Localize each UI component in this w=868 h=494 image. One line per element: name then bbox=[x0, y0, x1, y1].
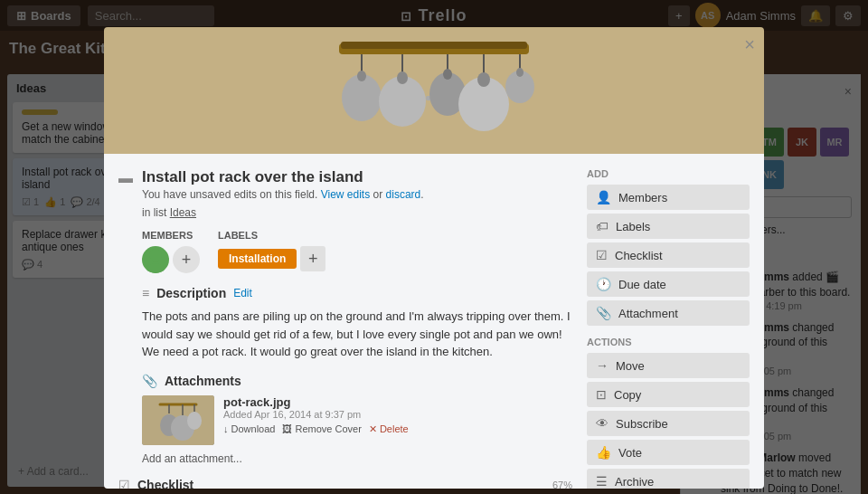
archive-button[interactable]: ☰ Archive bbox=[587, 469, 750, 489]
description-icon: ≡ bbox=[142, 286, 149, 300]
delete-link[interactable]: ✕ Delete bbox=[369, 423, 409, 435]
in-list-link[interactable]: Ideas bbox=[170, 206, 196, 219]
modal-in-list: in list Ideas bbox=[142, 206, 572, 219]
attachment-date: Added Apr 16, 2014 at 9:37 pm bbox=[223, 409, 572, 420]
modal-members-labels: Members + Labels Installation + bbox=[142, 230, 572, 273]
svg-point-19 bbox=[516, 68, 524, 77]
checklist-icon: ☑ bbox=[118, 478, 130, 489]
attachments-title: Attachments bbox=[165, 374, 241, 388]
members-section-label: Members bbox=[142, 230, 200, 241]
label-icon: 🏷 bbox=[596, 219, 609, 233]
checklist-percent: 67% bbox=[552, 480, 572, 489]
person-icon: 👤 bbox=[596, 190, 611, 204]
move-icon: → bbox=[596, 358, 609, 373]
download-link[interactable]: ↓ Download bbox=[223, 423, 275, 435]
attachment-info: pot-rack.jpg Added Apr 16, 2014 at 9:37 … bbox=[223, 395, 572, 435]
copy-icon: ⊡ bbox=[596, 387, 607, 402]
checklist-icon: ☑ bbox=[596, 248, 608, 262]
checklist-title: Checklist bbox=[137, 478, 193, 489]
attachment-image bbox=[142, 395, 214, 445]
attachment-item: pot-rack.jpg Added Apr 16, 2014 at 9:37 … bbox=[142, 395, 572, 445]
thumbsup-icon: 👍 bbox=[596, 445, 611, 460]
description-section: ≡ Description Edit The pots and pans are… bbox=[142, 286, 572, 361]
add-label-button[interactable]: + bbox=[300, 246, 326, 271]
card-modal: × ▬ Install pot rack over the island You… bbox=[104, 27, 764, 489]
section-header-attach: 📎 Attachments bbox=[142, 374, 572, 388]
modal-unsaved-notice: You have unsaved edits on this field. Vi… bbox=[142, 188, 424, 201]
sidebar-actions-title: Actions bbox=[587, 337, 750, 347]
add-member-button[interactable]: + bbox=[173, 246, 200, 273]
clock-icon: 🕐 bbox=[596, 277, 611, 291]
svg-point-30 bbox=[187, 412, 202, 430]
modal-body: ▬ Install pot rack over the island You h… bbox=[104, 154, 764, 489]
card-icon: ▬ bbox=[118, 170, 133, 186]
discard-link[interactable]: discard bbox=[386, 188, 421, 201]
image-icon: 🖼 bbox=[282, 423, 292, 434]
description-title: Description bbox=[156, 286, 226, 300]
add-checklist-sidebar-button[interactable]: ☑ Checklist bbox=[587, 242, 750, 268]
svg-point-4 bbox=[357, 71, 366, 81]
modal-title: Install pot rack over the island bbox=[142, 168, 424, 186]
modal-overlay[interactable]: × ▬ Install pot rack over the island You… bbox=[0, 0, 868, 494]
view-edits-link[interactable]: View edits bbox=[321, 188, 370, 201]
vote-button[interactable]: 👍 Vote bbox=[587, 440, 750, 465]
svg-point-21 bbox=[149, 249, 162, 261]
attachment-actions: ↓ Download 🖼 Remove Cover ✕ Delete bbox=[223, 423, 572, 435]
add-attachment-link[interactable]: Add an attachment... bbox=[142, 452, 572, 465]
labels-row: Installation + bbox=[218, 246, 326, 271]
copy-button[interactable]: ⊡ Copy bbox=[587, 382, 750, 407]
modal-title-row: ▬ Install pot rack over the island You h… bbox=[118, 168, 572, 201]
svg-point-12 bbox=[443, 69, 452, 80]
description-text: The pots and pans are piling up on the g… bbox=[142, 308, 572, 361]
add-members-sidebar-button[interactable]: 👤 Members bbox=[587, 185, 750, 210]
sidebar-add-section: Add 👤 Members 🏷 Labels ☑ Checklist 🕐 bbox=[587, 168, 750, 326]
eye-icon: 👁 bbox=[596, 416, 609, 431]
modal-close-button[interactable]: × bbox=[744, 34, 755, 55]
attachment-name: pot-rack.jpg bbox=[223, 395, 572, 409]
pots-banner-image bbox=[104, 27, 764, 154]
subscribe-button[interactable]: 👁 Subscribe bbox=[587, 411, 750, 436]
paperclip-icon: 📎 bbox=[596, 306, 611, 320]
remove-cover-link[interactable]: 🖼 Remove Cover bbox=[282, 423, 361, 435]
member-avatars-row: + bbox=[142, 246, 200, 273]
add-attachment-sidebar-button[interactable]: 📎 Attachment bbox=[587, 300, 750, 326]
labels-section-label: Labels bbox=[218, 230, 326, 241]
svg-point-22 bbox=[146, 263, 165, 273]
modal-banner bbox=[104, 27, 764, 154]
attachments-section: 📎 Attachments bbox=[142, 374, 572, 465]
checklist-section: ☑ Checklist 67% Buy the pot rack Drill s… bbox=[118, 478, 572, 489]
checklist-header: ☑ Checklist 67% bbox=[118, 478, 572, 489]
modal-members: Members + bbox=[142, 230, 200, 273]
avatar bbox=[142, 246, 169, 273]
svg-rect-20 bbox=[341, 42, 527, 49]
add-labels-sidebar-button[interactable]: 🏷 Labels bbox=[587, 214, 750, 239]
label-chip[interactable]: Installation bbox=[218, 249, 297, 269]
svg-point-16 bbox=[477, 72, 490, 87]
section-header-desc: ≡ Description Edit bbox=[142, 286, 572, 300]
sidebar-actions-section: Actions → Move ⊡ Copy 👁 Subscribe 👍 bbox=[587, 337, 750, 489]
modal-main: ▬ Install pot rack over the island You h… bbox=[118, 168, 572, 489]
modal-labels: Labels Installation + bbox=[218, 230, 326, 273]
sidebar-add-title: Add bbox=[587, 168, 750, 179]
modal-sidebar: Add 👤 Members 🏷 Labels ☑ Checklist 🕐 bbox=[587, 168, 750, 489]
add-due-date-sidebar-button[interactable]: 🕐 Due date bbox=[587, 271, 750, 297]
attachment-thumbnail bbox=[142, 395, 214, 445]
move-button[interactable]: → Move bbox=[587, 353, 750, 378]
attachment-icon: 📎 bbox=[142, 374, 157, 388]
svg-point-8 bbox=[397, 71, 408, 84]
description-edit-button[interactable]: Edit bbox=[233, 287, 252, 299]
archive-icon: ☰ bbox=[596, 474, 608, 489]
